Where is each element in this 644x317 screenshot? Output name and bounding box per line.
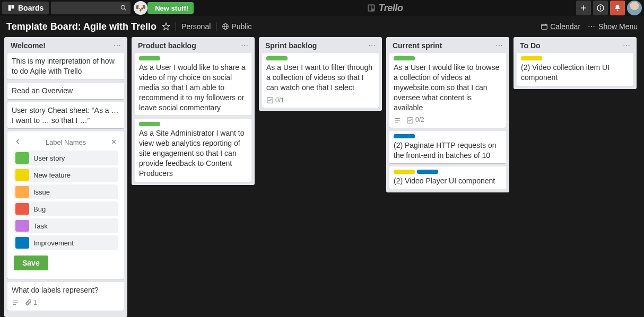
card[interactable]: As a User I would like to browse a colle… bbox=[389, 53, 506, 128]
label-name: Issue bbox=[33, 188, 50, 197]
popover-back-button[interactable] bbox=[15, 137, 21, 147]
search-input[interactable] bbox=[51, 2, 130, 14]
board-title[interactable]: Template Board: Agile with Trello bbox=[6, 21, 156, 32]
card-text: As a User I would like to browse a colle… bbox=[394, 63, 502, 112]
list-title[interactable]: To Do bbox=[520, 41, 541, 50]
chevron-left-icon bbox=[15, 138, 21, 145]
label-row-orange[interactable]: Issue bbox=[14, 184, 118, 199]
card[interactable]: (2) Video Player UI component bbox=[389, 166, 506, 189]
swatch-blue bbox=[15, 237, 29, 249]
save-button[interactable]: Save bbox=[14, 256, 48, 270]
card-text: What do labels represent? bbox=[12, 285, 120, 295]
card-text: As a User I would like to share a video … bbox=[139, 63, 247, 112]
card[interactable]: As a Site Administrator I want to view w… bbox=[135, 119, 251, 181]
checklist-count: 0/1 bbox=[275, 96, 284, 104]
search-icon bbox=[120, 4, 127, 12]
svg-point-2 bbox=[121, 5, 125, 9]
popover-close-button[interactable] bbox=[111, 137, 117, 147]
card-text: (2) Video Player UI component bbox=[394, 176, 502, 186]
card-text: As a Site Administrator I want to view w… bbox=[139, 128, 247, 178]
svg-rect-4 bbox=[368, 4, 375, 11]
label-name: Bug bbox=[33, 205, 46, 214]
avatar[interactable] bbox=[627, 1, 642, 15]
list-current-sprint: Current sprint ⋯ As a User I would like … bbox=[386, 37, 509, 192]
ellipsis-icon: ⋯ bbox=[588, 22, 596, 31]
card-label-yellow bbox=[521, 56, 542, 60]
board-canvas[interactable]: Welcome! ⋯ This is my interpretation of … bbox=[0, 37, 644, 317]
swatch-purple bbox=[15, 220, 29, 232]
checklist-icon bbox=[406, 117, 414, 124]
list-menu-button[interactable]: ⋯ bbox=[368, 41, 377, 50]
swatch-green bbox=[15, 152, 29, 164]
card-text: (2) Paginate HTTP requests on the front-… bbox=[394, 140, 502, 161]
calendar-link[interactable]: Calendar bbox=[541, 22, 580, 31]
list-menu-button[interactable]: ⋯ bbox=[241, 41, 249, 50]
svg-point-11 bbox=[601, 6, 601, 7]
list-welcome: Welcome! ⋯ This is my interpretation of … bbox=[4, 37, 127, 317]
card[interactable]: What do labels represent? 1 bbox=[7, 282, 124, 310]
card[interactable]: (2) Paginate HTTP requests on the front-… bbox=[389, 131, 506, 164]
new-stuff-badge[interactable]: New stuff! bbox=[147, 2, 194, 14]
list-menu-button[interactable]: ⋯ bbox=[623, 41, 631, 50]
checklist-count: 0/2 bbox=[415, 116, 424, 124]
list-title[interactable]: Product backlog bbox=[138, 41, 196, 50]
card[interactable]: Read an Overview bbox=[7, 83, 124, 99]
list-sprint-backlog: Sprint backlog ⋯ As a User I want to fil… bbox=[259, 37, 382, 111]
label-row-purple[interactable]: Task bbox=[14, 218, 118, 233]
info-button[interactable] bbox=[593, 1, 608, 15]
card-text: (2) Video collection item UI component bbox=[521, 63, 629, 83]
checklist-badge: 0/1 bbox=[266, 96, 284, 104]
star-icon bbox=[162, 22, 170, 31]
show-menu-label: Show Menu bbox=[598, 22, 638, 31]
public-label: Public bbox=[231, 22, 251, 31]
list-title[interactable]: Current sprint bbox=[393, 41, 442, 50]
svg-marker-13 bbox=[162, 23, 169, 30]
boards-label: Boards bbox=[18, 4, 43, 12]
star-button[interactable] bbox=[162, 22, 170, 31]
trello-logo-text: Trello bbox=[379, 3, 403, 14]
trello-logo[interactable]: Trello bbox=[367, 3, 403, 14]
list-title[interactable]: Welcome! bbox=[11, 41, 46, 50]
team-personal[interactable]: Personal bbox=[181, 22, 211, 31]
info-icon bbox=[596, 4, 605, 12]
card[interactable]: (2) Video collection item UI component bbox=[517, 53, 633, 86]
label-row-green[interactable]: User story bbox=[14, 151, 118, 165]
label-row-yellow[interactable]: New feature bbox=[14, 168, 118, 182]
card[interactable]: As a User I want to filter through a col… bbox=[262, 53, 379, 108]
label-row-red[interactable]: Bug bbox=[14, 201, 118, 216]
visibility-public[interactable]: Public bbox=[222, 22, 251, 31]
card-label-blue bbox=[394, 134, 415, 138]
list-menu-button[interactable]: ⋯ bbox=[495, 41, 504, 50]
trello-logo-icon bbox=[367, 4, 376, 12]
checklist-badge: 0/2 bbox=[406, 116, 424, 124]
label-row-blue[interactable]: Improvement bbox=[14, 235, 118, 250]
close-icon bbox=[111, 139, 117, 145]
svg-rect-6 bbox=[371, 5, 373, 8]
calendar-label: Calendar bbox=[550, 22, 580, 31]
boards-button[interactable]: Boards bbox=[2, 2, 49, 14]
card-label-green bbox=[139, 56, 160, 60]
attachment-icon bbox=[24, 299, 32, 306]
card[interactable]: User story Cheat sheet: “As a … I want t… bbox=[7, 102, 124, 129]
bell-icon bbox=[613, 4, 622, 12]
attachment-count: 1 bbox=[33, 298, 37, 307]
label-name: User story bbox=[33, 154, 65, 163]
card-label-green bbox=[394, 56, 415, 60]
globe-icon bbox=[222, 23, 229, 30]
list-menu-button[interactable]: ⋯ bbox=[114, 41, 122, 50]
separator bbox=[176, 22, 176, 31]
new-stuff-label: New stuff! bbox=[155, 4, 188, 12]
swatch-red bbox=[15, 203, 29, 215]
boards-icon bbox=[7, 4, 15, 12]
show-menu-button[interactable]: ⋯ Show Menu bbox=[588, 22, 638, 31]
checklist-icon bbox=[266, 96, 274, 104]
separator bbox=[216, 22, 216, 31]
svg-rect-12 bbox=[617, 10, 619, 11]
card-with-popover[interactable]: Label Names User story New feature Issue… bbox=[7, 131, 124, 279]
card[interactable]: This is my interpretation of how to do A… bbox=[7, 53, 124, 80]
list-title[interactable]: Sprint backlog bbox=[265, 41, 317, 50]
create-button[interactable] bbox=[576, 1, 591, 15]
notifications-button[interactable] bbox=[610, 1, 625, 15]
label-name: Task bbox=[33, 222, 48, 231]
card[interactable]: As a User I would like to share a video … bbox=[135, 53, 251, 116]
